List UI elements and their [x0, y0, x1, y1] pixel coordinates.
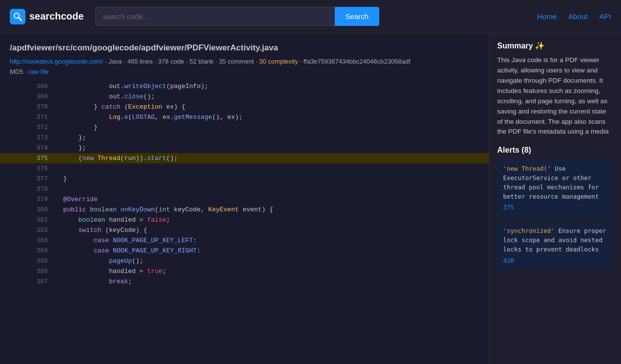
code-line: }	[48, 174, 489, 184]
search-input[interactable]	[95, 7, 334, 26]
nav-api[interactable]: API	[599, 12, 611, 21]
line-number[interactable]: 384	[0, 246, 48, 256]
table-row: 379 @Override	[0, 194, 489, 205]
line-number[interactable]: 382	[0, 225, 48, 235]
nav-home[interactable]: Home	[537, 12, 557, 21]
code-line: break;	[48, 276, 489, 287]
alerts-list: 'new Thread(' Use ExecutorService or oth…	[497, 159, 613, 270]
table-row: 374 };	[0, 143, 489, 153]
table-row: 368 out.writeObject(pageInfo);	[0, 81, 489, 91]
file-extra: MD5 · raw file	[0, 68, 489, 81]
logo-link[interactable]: searchcode	[10, 9, 84, 24]
svg-line-1	[19, 18, 22, 21]
comment-count: 35 comment	[219, 58, 254, 65]
nav-about[interactable]: About	[569, 12, 588, 21]
line-number[interactable]: 387	[0, 276, 48, 287]
line-number[interactable]: 373	[0, 133, 48, 143]
code-line	[48, 184, 489, 194]
alert-item: 'synchronized' Ensure proper lock scope …	[497, 222, 613, 270]
table-row: 370 } catch (Exception ex) {	[0, 102, 489, 112]
table-row: 371 Log.e(LOGTAG, ex.getMessage(), ex);	[0, 112, 489, 122]
table-row: 385 pageUp();	[0, 256, 489, 266]
code-line: };	[48, 133, 489, 143]
table-row: 377 }	[0, 174, 489, 184]
complexity-link[interactable]: 30 complexity	[259, 58, 298, 65]
line-number[interactable]: 379	[0, 194, 48, 205]
code-count: 378 code	[158, 58, 184, 65]
search-button[interactable]: Search	[335, 7, 380, 26]
lines: 465 lines	[127, 58, 153, 65]
code-line: } catch (Exception ex) {	[48, 102, 489, 112]
table-row: 375 (new Thread(run)).start();	[0, 153, 489, 163]
line-number[interactable]: 378	[0, 184, 48, 194]
code-line: @Override	[48, 194, 489, 205]
line-number[interactable]: 374	[0, 143, 48, 153]
blank-count: 52 blank	[189, 58, 213, 65]
line-number[interactable]: 375	[0, 153, 48, 163]
alert-item: 'new Thread(' Use ExecutorService or oth…	[497, 159, 613, 217]
source-link[interactable]: http://nookdevs.googlecode.com/	[10, 58, 103, 65]
code-line	[48, 163, 489, 174]
code-tbody: 368 out.writeObject(pageInfo);369 out.cl…	[0, 81, 489, 287]
table-row: 373 };	[0, 133, 489, 143]
table-row: 386 handled = true;	[0, 266, 489, 276]
table-row: 381 boolean handled = false;	[0, 215, 489, 225]
code-line: }	[48, 122, 489, 133]
search-form: Search	[95, 7, 379, 26]
code-line: switch (keyCode) {	[48, 225, 489, 235]
code-line: boolean handled = false;	[48, 215, 489, 225]
table-row: 378	[0, 184, 489, 194]
summary-title: Summary ✨	[497, 41, 613, 50]
hash: ffa3e759367434bbc24046cb23068adf	[303, 58, 411, 65]
table-row: 376	[0, 163, 489, 174]
code-panel: /apdfviewer/src/com/googlecode/apdfviewe…	[0, 33, 489, 364]
logo-icon	[10, 9, 25, 24]
line-number[interactable]: 377	[0, 174, 48, 184]
code-line: out.writeObject(pageInfo);	[48, 81, 489, 91]
table-row: 372 }	[0, 122, 489, 133]
code-line: handled = true;	[48, 266, 489, 276]
line-number[interactable]: 383	[0, 235, 48, 246]
file-meta: http://nookdevs.googlecode.com/ · Java ·…	[0, 58, 489, 68]
table-row: 383 case NOOK_PAGE_UP_KEY_LEFT:	[0, 235, 489, 246]
summary-text: This Java code is for a PDF viewer activ…	[497, 55, 613, 137]
line-number[interactable]: 376	[0, 163, 48, 174]
md5-label: MD5	[10, 68, 23, 75]
table-row: 380 public boolean onKeyDown(int keyCode…	[0, 205, 489, 215]
code-table: 368 out.writeObject(pageInfo);369 out.cl…	[0, 81, 489, 287]
raw-file-link[interactable]: raw file	[28, 68, 48, 75]
nav: Home About API	[537, 12, 611, 21]
logo-text: searchcode	[29, 11, 84, 22]
line-number[interactable]: 385	[0, 256, 48, 266]
line-number[interactable]: 386	[0, 266, 48, 276]
line-number[interactable]: 372	[0, 122, 48, 133]
line-number[interactable]: 381	[0, 215, 48, 225]
line-number[interactable]: 380	[0, 205, 48, 215]
sidebar: Summary ✨ This Java code is for a PDF vi…	[489, 33, 621, 364]
main: /apdfviewer/src/com/googlecode/apdfviewe…	[0, 33, 621, 364]
table-row: 382 switch (keyCode) {	[0, 225, 489, 235]
code-line: Log.e(LOGTAG, ex.getMessage(), ex);	[48, 112, 489, 122]
header: searchcode Search Home About API	[0, 0, 621, 33]
line-number[interactable]: 368	[0, 81, 48, 91]
file-path: /apdfviewer/src/com/googlecode/apdfviewe…	[0, 43, 489, 58]
line-number[interactable]: 369	[0, 91, 48, 102]
code-line: public boolean onKeyDown(int keyCode, Ke…	[48, 205, 489, 215]
table-row: 369 out.close();	[0, 91, 489, 102]
code-line: case NOOK_PAGE_UP_KEY_RIGHT:	[48, 246, 489, 256]
code-line: out.close();	[48, 91, 489, 102]
table-row: 387 break;	[0, 276, 489, 287]
code-line: pageUp();	[48, 256, 489, 266]
code-line: (new Thread(run)).start();	[48, 153, 489, 163]
line-number[interactable]: 371	[0, 112, 48, 122]
table-row: 384 case NOOK_PAGE_UP_KEY_RIGHT:	[0, 246, 489, 256]
alerts-title: Alerts (8)	[497, 146, 613, 155]
line-number[interactable]: 370	[0, 102, 48, 112]
code-line: case NOOK_PAGE_UP_KEY_LEFT:	[48, 235, 489, 246]
code-line: };	[48, 143, 489, 153]
language: Java	[109, 58, 122, 65]
